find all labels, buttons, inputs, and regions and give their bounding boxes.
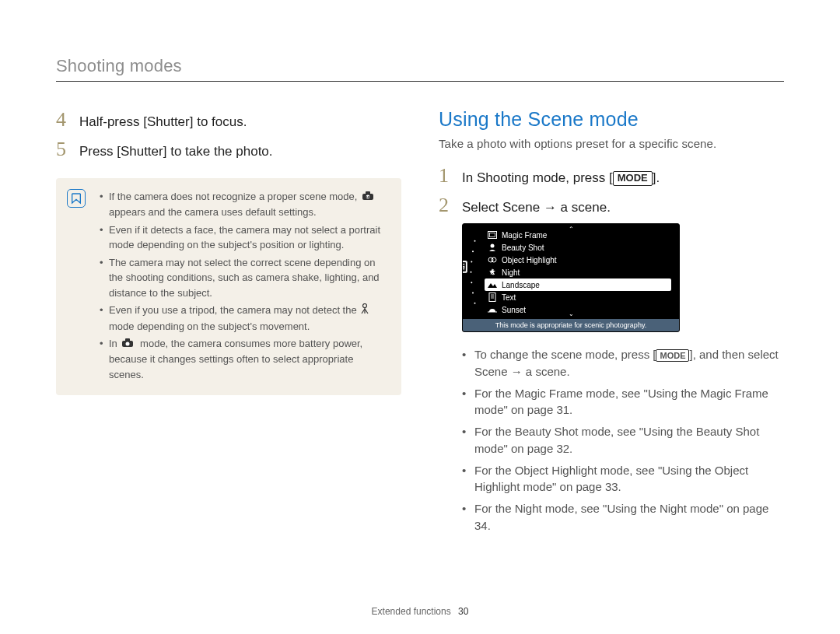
arc-dots-icon [469,229,477,314]
tip-text: For the Night mode, see "Using the Night… [474,502,768,532]
svg-point-14 [471,271,472,273]
step-number: 2 [439,194,462,217]
object-highlight-icon [488,255,497,264]
svg-point-16 [472,292,474,294]
sunset-icon [488,305,497,314]
smart-auto-icon [121,337,135,352]
step-number: 1 [439,164,462,187]
svg-text:SMART: SMART [364,195,373,198]
tip-text: For the Magic Frame mode, see "Using the… [474,387,768,417]
svg-point-13 [471,261,472,263]
step-text: Press [Shutter] to take the photo. [79,142,273,161]
note-item: The camera may not select the correct sc… [100,255,387,301]
note-icon [67,189,86,208]
svg-point-4 [363,304,367,308]
page-number: 30 [458,606,468,617]
tip-item: For the Beauty Shot mode, see "Using the… [462,423,784,457]
tip-item: For the Night mode, see "Using the Night… [462,500,784,534]
magic-frame-icon [488,230,497,240]
mode-badge: MODE [613,171,653,186]
scene-label: Text [502,293,516,302]
tip-text-pre: To change the scene mode, press [ [474,348,656,361]
svg-point-15 [471,282,472,283]
scene-item-object-highlight: Object Highlight [488,254,671,266]
step-number: 5 [56,138,79,161]
left-column: 4 Half-press [Shutter] to focus. 5 Press… [56,108,401,539]
scene-item-magic-frame: Magic Frame [488,229,671,241]
note-text: mode, the camera consumes more battery p… [109,338,362,380]
note-text: In [109,338,120,349]
note-item: In mode, the camera consumes more batter… [100,336,387,382]
content-columns: 4 Half-press [Shutter] to focus. 5 Press… [56,108,784,539]
tip-item: For the Magic Frame mode, see "Using the… [462,385,784,419]
step-text-pre: In Shooting mode, press [ [462,170,613,185]
note-item: Even if it detects a face, the camera ma… [100,222,387,253]
right-column: Using the Scene mode Take a photo with o… [439,108,784,539]
svg-rect-1 [366,191,370,194]
text-icon [488,292,497,302]
scene-label: Beauty Shot [502,243,544,252]
step-text: Select Scene → a scene. [462,198,611,217]
svg-point-10 [126,342,130,345]
step-number: 4 [56,108,79,131]
tip-item: For the Object Highlight mode, see "Usin… [462,462,784,496]
step-5: 5 Press [Shutter] to take the photo. [56,138,401,161]
svg-point-17 [474,303,476,304]
step-2: 2 Select Scene → a scene. [439,194,784,217]
scene-list: ⌃ SCENE Magic Frame [462,223,680,332]
step-text: In Shooting mode, press [MODE]. [462,169,660,187]
note-text: appears and the camera uses default sett… [109,206,317,218]
section-heading: Using the Scene mode [439,108,784,131]
svg-point-28 [491,244,495,248]
svg-point-11 [474,240,476,242]
note-text: Even if it detects a face, the camera ma… [109,224,380,251]
svg-text:SCENE: SCENE [462,265,465,269]
tip-text: For the Object Highlight mode, see "Usin… [474,464,748,494]
note-text: The camera may not select the correct sc… [109,257,380,299]
scene-label: Sunset [502,306,526,314]
note-box: If the camera does not recognize a prope… [56,178,401,395]
tip-list: To change the scene mode, press [MODE], … [462,346,784,534]
chevron-up-icon: ⌃ [569,226,574,233]
beauty-shot-icon [488,243,497,252]
note-text: mode depending on the subject's movement… [109,321,310,332]
svg-line-6 [362,309,365,313]
step-1: 1 In Shooting mode, press [MODE]. [439,164,784,187]
note-item: If the camera does not recognize a prope… [100,189,387,220]
step-text-post: ]. [653,170,660,185]
scene-mode-badge: SCENE [462,261,467,273]
night-icon [488,268,497,277]
scene-footer-hint: This mode is appropriate for scenic phot… [463,319,679,331]
step-text: Half-press [Shutter] to focus. [79,113,247,131]
mode-badge: MODE [656,349,689,362]
scene-label: Landscape [502,281,540,289]
tripod-icon [361,303,369,319]
smart-icon: SMART [362,190,374,205]
scene-item-text: Text [488,291,671,303]
svg-rect-27 [490,233,495,237]
scene-item-landscape: Landscape [485,278,671,291]
page-header: Shooting modes [56,56,784,82]
svg-rect-31 [489,293,495,302]
tip-text: For the Beauty Shot mode, see "Using the… [474,425,759,455]
note-text: If the camera does not recognize a prope… [109,191,360,202]
svg-point-12 [472,250,474,252]
scene-label: Magic Frame [502,231,547,240]
svg-line-7 [365,309,368,313]
svg-point-30 [492,257,496,262]
section-subtext: Take a photo with options preset for a s… [439,137,784,150]
scene-label: Object Highlight [502,256,557,264]
page-footer: Extended functions 30 [0,606,840,617]
tip-item: To change the scene mode, press [MODE], … [462,346,784,380]
scene-item-night: Night [488,266,671,278]
scene-label: Night [502,268,520,277]
scene-item-beauty-shot: Beauty Shot [488,241,671,254]
svg-rect-9 [125,338,130,342]
scene-menu-screenshot: ⌃ SCENE Magic Frame [462,223,680,332]
scene-item-sunset: Sunset [488,303,671,316]
landscape-icon [488,280,497,289]
note-text: Even if you use a tripod, the camera may… [109,304,359,316]
step-4: 4 Half-press [Shutter] to focus. [56,108,401,131]
footer-section: Extended functions [372,606,451,617]
chevron-down-icon: ⌄ [569,310,574,317]
